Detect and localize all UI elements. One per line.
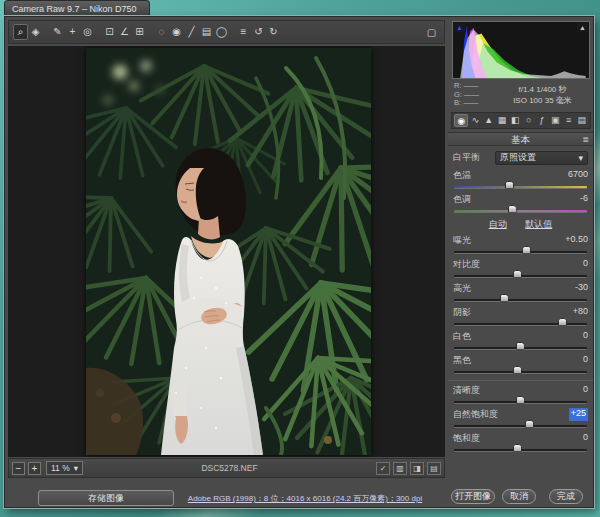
- slider-thumb[interactable]: [505, 181, 514, 189]
- slider-label-saturation: 饱和度: [453, 432, 480, 445]
- tab-split-toning[interactable]: ◧: [509, 114, 521, 127]
- exposure-info-line2: ISO 100 35 毫米: [494, 95, 591, 106]
- white-balance-label: 白平衡: [453, 151, 495, 164]
- histogram[interactable]: ▲ ▲: [452, 21, 590, 79]
- preferences-icon[interactable]: ≡: [236, 24, 251, 40]
- slider-thumb[interactable]: [513, 366, 522, 374]
- panel-title: 基本 ≣: [448, 132, 593, 146]
- shadows-slider[interactable]: [454, 323, 587, 326]
- slider-thumb[interactable]: [558, 318, 567, 326]
- zoom-in-button[interactable]: +: [28, 462, 41, 475]
- tab-snapshots[interactable]: ▤: [576, 114, 588, 127]
- zoom-tool-icon[interactable]: ⌕: [13, 24, 28, 40]
- tab-camera-calibration[interactable]: ▣: [549, 114, 561, 127]
- tab-effects[interactable]: ƒ: [536, 114, 548, 127]
- tab-presets[interactable]: ≡: [562, 114, 574, 127]
- contrast-slider[interactable]: [454, 275, 587, 278]
- white-balance-select[interactable]: 原照设置 ▾: [495, 151, 588, 165]
- slider-thumb[interactable]: [525, 420, 534, 428]
- view-settings-icon[interactable]: ▤: [427, 462, 441, 475]
- slider-value-clarity[interactable]: 0: [583, 384, 588, 397]
- slider-label-exposure: 曝光: [453, 234, 471, 247]
- radial-filter-icon[interactable]: ◯: [214, 24, 229, 40]
- open-image-button[interactable]: 打开图像: [451, 489, 495, 504]
- slider-value-highlights[interactable]: -30: [575, 282, 588, 295]
- done-button[interactable]: 完成: [549, 489, 583, 504]
- panel-menu-icon[interactable]: ≣: [582, 133, 589, 147]
- slider-value-temperature[interactable]: 6700: [568, 169, 588, 182]
- split-view-icon[interactable]: ◨: [410, 462, 424, 475]
- slider-label-highlights: 高光: [453, 282, 471, 295]
- before-after-view-icon[interactable]: ▥: [393, 462, 407, 475]
- crop-tool-icon[interactable]: ⊡: [102, 24, 117, 40]
- default-link[interactable]: 默认值: [525, 219, 552, 229]
- white-balance-eyedropper-icon[interactable]: ✎: [50, 24, 65, 40]
- workflow-options-link[interactable]: Adobe RGB (1998)：8 位；4016 x 6016 (24.2 百…: [173, 493, 437, 504]
- whites-slider[interactable]: [454, 347, 587, 350]
- targeted-adjustment-icon[interactable]: ◎: [80, 24, 95, 40]
- zoom-out-button[interactable]: −: [12, 462, 25, 475]
- window-title[interactable]: Camera Raw 9.7 – Nikon D750: [4, 0, 150, 17]
- slider-value-exposure[interactable]: +0.50: [565, 234, 588, 247]
- blacks-slider[interactable]: [454, 371, 587, 374]
- fullscreen-toggle-icon[interactable]: ▢: [424, 25, 439, 41]
- slider-thumb[interactable]: [513, 444, 522, 452]
- highlight-clipping-indicator[interactable]: ▲: [577, 23, 588, 32]
- slider-thumb[interactable]: [513, 270, 522, 278]
- slider-thumb[interactable]: [500, 294, 509, 302]
- image-preview-area[interactable]: [8, 46, 445, 457]
- slider-value-saturation[interactable]: 0: [583, 432, 588, 445]
- red-eye-icon[interactable]: ◉: [169, 24, 184, 40]
- slider-value-shadows[interactable]: +80: [573, 306, 588, 319]
- graduated-filter-icon[interactable]: ▤: [199, 24, 214, 40]
- cancel-button[interactable]: 取消: [502, 489, 536, 504]
- panel-title-text: 基本: [511, 134, 530, 145]
- photo-illustration[interactable]: [86, 48, 371, 455]
- saturation-slider[interactable]: [454, 449, 587, 452]
- adjustment-brush-icon[interactable]: ╱: [184, 24, 199, 40]
- temperature-slider[interactable]: [454, 186, 587, 189]
- tab-lens-corrections[interactable]: ○: [522, 114, 534, 127]
- filename-label: DSC5278.NEF: [83, 463, 376, 473]
- rgb-b-readout: B: ——: [454, 99, 494, 108]
- hand-tool-icon[interactable]: ◈: [28, 24, 43, 40]
- adjustments-panel: ▲ ▲ R: —— G: —— B: —— f/1.4 1/400 秒 ISO …: [448, 20, 593, 482]
- chevron-down-icon: ▾: [74, 462, 78, 474]
- clarity-slider[interactable]: [454, 401, 587, 404]
- highlights-slider[interactable]: [454, 299, 587, 302]
- rotate-right-icon[interactable]: ↻: [266, 24, 281, 40]
- tab-hsl[interactable]: ▦: [496, 114, 508, 127]
- tab-basic[interactable]: ◉: [454, 114, 468, 127]
- rotate-left-icon[interactable]: ↺: [251, 24, 266, 40]
- shadow-clipping-indicator[interactable]: ▲: [454, 23, 465, 32]
- color-sampler-icon[interactable]: +: [65, 24, 80, 40]
- slider-label-blacks: 黑色: [453, 354, 471, 367]
- tint-slider[interactable]: [454, 210, 587, 213]
- save-image-button[interactable]: 存储图像: [38, 490, 174, 506]
- panel-tabstrip: ◉ ∿ ▲ ▦ ◧ ○ ƒ ▣ ≡ ▤: [451, 112, 591, 129]
- auto-link[interactable]: 自动: [489, 219, 507, 229]
- exposure-slider[interactable]: [454, 251, 587, 254]
- slider-thumb[interactable]: [522, 246, 531, 254]
- slider-value-vibrance[interactable]: +25: [569, 408, 588, 421]
- slider-label-clarity: 清晰度: [453, 384, 480, 397]
- slider-value-tint[interactable]: -6: [580, 193, 588, 206]
- zoom-level-select[interactable]: 11 % ▾: [46, 461, 83, 475]
- spot-removal-icon[interactable]: ◌: [154, 24, 169, 40]
- straighten-tool-icon[interactable]: ∠: [117, 24, 132, 40]
- slider-label-contrast: 对比度: [453, 258, 480, 271]
- slider-thumb[interactable]: [516, 396, 525, 404]
- slider-value-blacks[interactable]: 0: [583, 354, 588, 367]
- preview-toggle-checkbox[interactable]: ✓: [376, 462, 390, 475]
- transform-tool-icon[interactable]: ⊞: [132, 24, 147, 40]
- tab-tone-curve[interactable]: ∿: [469, 114, 481, 127]
- slider-label-whites: 白色: [453, 330, 471, 343]
- slider-label-vibrance: 自然饱和度: [453, 408, 498, 421]
- tab-detail[interactable]: ▲: [483, 114, 495, 127]
- slider-thumb[interactable]: [508, 205, 517, 213]
- slider-value-whites[interactable]: 0: [583, 330, 588, 343]
- slider-value-contrast[interactable]: 0: [583, 258, 588, 271]
- slider-thumb[interactable]: [516, 342, 525, 350]
- histogram-plot: [453, 22, 589, 78]
- vibrance-slider[interactable]: [454, 425, 587, 428]
